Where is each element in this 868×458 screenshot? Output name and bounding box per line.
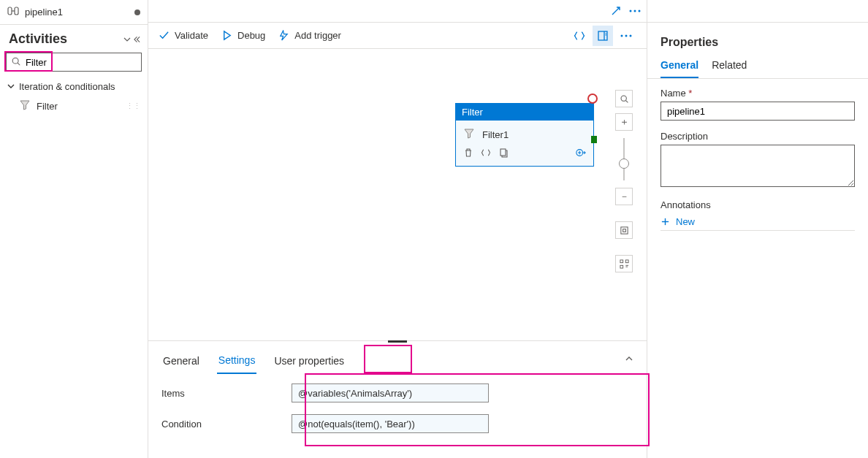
props-tab-general[interactable]: General bbox=[660, 56, 698, 78]
search-icon bbox=[11, 56, 21, 69]
activities-header: Activities bbox=[0, 25, 148, 53]
drag-handle-icon[interactable]: ⋮⋮ bbox=[126, 102, 140, 111]
code-view-button[interactable] bbox=[569, 26, 590, 46]
activities-sidebar: pipeline1 Activities Iteration & c bbox=[0, 0, 148, 458]
group-label: Iteration & conditionals bbox=[19, 81, 115, 92]
svg-rect-0 bbox=[8, 7, 12, 15]
pipeline-description-input[interactable] bbox=[660, 145, 855, 187]
svg-point-14 bbox=[630, 34, 632, 37]
zoom-in-button[interactable]: ＋ bbox=[615, 113, 633, 131]
node-type-label: Filter bbox=[456, 104, 593, 121]
pipeline-name-input[interactable] bbox=[660, 102, 855, 121]
copy-icon[interactable] bbox=[498, 148, 509, 160]
debug-button[interactable]: Debug bbox=[221, 30, 265, 41]
description-field-label: Description bbox=[660, 131, 855, 142]
activities-search-input[interactable] bbox=[26, 57, 137, 68]
svg-point-7 bbox=[639, 10, 641, 12]
toolbar-more-button[interactable] bbox=[616, 26, 636, 46]
svg-point-3 bbox=[12, 58, 18, 64]
activity-item-label: Filter bbox=[37, 101, 58, 112]
tab-user-properties[interactable]: User properties bbox=[273, 346, 346, 373]
pipeline-tab[interactable]: pipeline1 bbox=[0, 0, 148, 25]
svg-point-13 bbox=[625, 34, 628, 37]
svg-rect-8 bbox=[598, 31, 607, 40]
activities-title: Activities bbox=[9, 31, 123, 47]
activity-item-filter[interactable]: Filter ⋮⋮ bbox=[0, 96, 148, 117]
add-output-icon[interactable] bbox=[576, 148, 586, 160]
canvas-tools: ＋ － bbox=[614, 90, 633, 272]
zoom-slider[interactable] bbox=[623, 138, 625, 180]
svg-rect-22 bbox=[623, 229, 625, 232]
main-area: Validate Debug Add trigger bbox=[148, 0, 647, 458]
svg-line-20 bbox=[625, 100, 628, 102]
condition-input[interactable] bbox=[292, 414, 489, 433]
filter-icon bbox=[19, 99, 31, 113]
props-tab-related[interactable]: Related bbox=[712, 56, 747, 78]
zoom-slider-thumb[interactable] bbox=[619, 159, 629, 169]
unsaved-indicator-icon bbox=[134, 9, 140, 15]
output-handle[interactable] bbox=[591, 136, 597, 143]
node-name: Filter1 bbox=[482, 129, 509, 140]
properties-toggle-button[interactable] bbox=[593, 26, 613, 46]
add-trigger-button[interactable]: Add trigger bbox=[278, 30, 341, 41]
properties-pane: Properties General Related Name * Descri… bbox=[647, 0, 868, 458]
collapse-panel-icon[interactable] bbox=[625, 354, 633, 365]
svg-rect-25 bbox=[620, 265, 623, 268]
svg-rect-21 bbox=[620, 226, 627, 233]
svg-point-19 bbox=[621, 96, 626, 101]
more-icon[interactable] bbox=[628, 4, 642, 18]
tab-general[interactable]: General bbox=[161, 346, 201, 373]
validate-button[interactable]: Validate bbox=[159, 30, 208, 41]
filter-icon bbox=[463, 128, 475, 142]
bottom-panel: General Settings User properties Items C… bbox=[148, 340, 647, 458]
condition-label: Condition bbox=[161, 419, 292, 430]
tab-settings[interactable]: Settings bbox=[217, 346, 257, 374]
items-input[interactable] bbox=[292, 383, 489, 402]
chevron-down-icon bbox=[7, 83, 15, 91]
add-annotation-button[interactable]: New bbox=[660, 213, 855, 231]
pipeline-tab-title: pipeline1 bbox=[25, 7, 129, 18]
autolayout-button[interactable] bbox=[615, 255, 633, 272]
svg-line-4 bbox=[18, 63, 20, 65]
add-annotation-label: New bbox=[676, 216, 695, 227]
activities-group-header[interactable]: Iteration & conditionals bbox=[0, 77, 148, 96]
svg-point-6 bbox=[634, 10, 636, 12]
code-icon[interactable] bbox=[481, 148, 491, 160]
pipeline-icon bbox=[7, 5, 19, 19]
activity-node-filter[interactable]: Filter Filter1 bbox=[455, 103, 594, 167]
properties-title: Properties bbox=[647, 23, 868, 56]
add-trigger-label: Add trigger bbox=[294, 30, 341, 41]
fit-screen-button[interactable] bbox=[615, 221, 633, 239]
svg-point-12 bbox=[621, 34, 623, 37]
svg-rect-23 bbox=[620, 259, 623, 262]
pipeline-toolbar: Validate Debug Add trigger bbox=[148, 23, 647, 49]
delete-icon[interactable] bbox=[463, 148, 473, 160]
debug-label: Debug bbox=[237, 30, 265, 41]
annotations-label: Annotations bbox=[660, 199, 855, 210]
svg-rect-24 bbox=[625, 259, 628, 262]
activities-search[interactable] bbox=[6, 53, 142, 72]
validate-label: Validate bbox=[175, 30, 208, 41]
tab-topbar bbox=[148, 0, 647, 23]
expand-icon[interactable] bbox=[609, 4, 623, 18]
items-label: Items bbox=[161, 388, 292, 399]
svg-rect-1 bbox=[15, 7, 18, 15]
canvas-search-button[interactable] bbox=[615, 90, 633, 107]
svg-point-5 bbox=[630, 10, 632, 12]
name-field-label: Name * bbox=[660, 88, 855, 99]
pipeline-canvas[interactable]: Filter Filter1 bbox=[148, 49, 647, 340]
zoom-out-button[interactable]: － bbox=[615, 188, 633, 205]
validation-error-icon bbox=[587, 93, 598, 104]
svg-rect-15 bbox=[500, 149, 506, 156]
collapse-chevrons-icon[interactable] bbox=[123, 36, 140, 43]
